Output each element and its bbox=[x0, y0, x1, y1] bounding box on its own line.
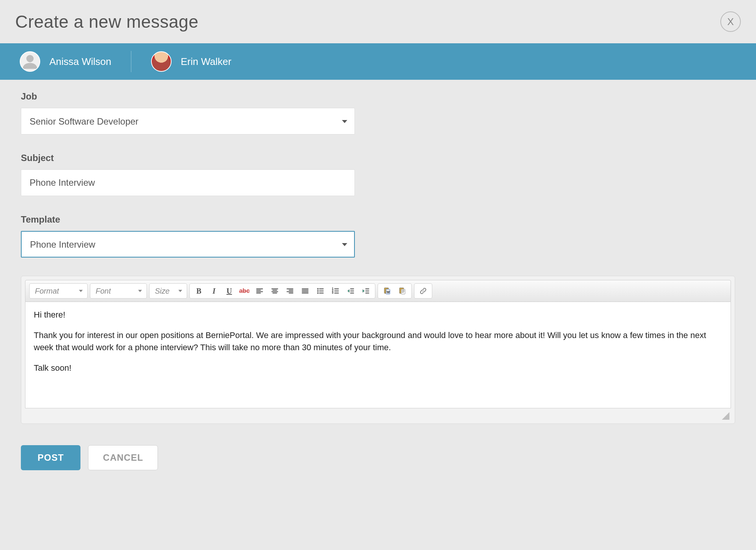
font-label: Font bbox=[96, 287, 111, 296]
format-label: Format bbox=[35, 287, 59, 296]
subject-input[interactable] bbox=[21, 169, 355, 196]
recipient-name: Anissa Wilson bbox=[49, 56, 111, 68]
align-center-button[interactable] bbox=[267, 284, 282, 298]
svg-rect-11 bbox=[401, 289, 405, 294]
underline-button[interactable]: U bbox=[222, 284, 237, 298]
field-template: Template Phone Interview bbox=[21, 214, 735, 258]
bullet-list-icon bbox=[316, 287, 324, 295]
create-message-modal: Create a new message X Anissa Wilson Eri… bbox=[0, 0, 756, 550]
svg-text:3: 3 bbox=[332, 291, 334, 294]
indent-button[interactable] bbox=[358, 284, 373, 298]
field-label: Subject bbox=[21, 153, 735, 163]
size-dropdown[interactable]: Size bbox=[149, 283, 187, 299]
action-buttons: POST CANCEL bbox=[21, 445, 735, 470]
svg-text:W: W bbox=[387, 291, 390, 294]
align-right-icon bbox=[286, 287, 294, 295]
field-job: Job Senior Software Developer bbox=[21, 91, 735, 134]
chevron-down-icon bbox=[79, 290, 83, 292]
outdent-button[interactable] bbox=[343, 284, 358, 298]
field-label: Job bbox=[21, 91, 735, 102]
align-center-icon bbox=[271, 287, 279, 295]
svg-point-0 bbox=[26, 55, 33, 62]
chevron-down-icon bbox=[138, 290, 142, 292]
field-subject: Subject bbox=[21, 153, 735, 196]
modal-header: Create a new message X bbox=[0, 0, 756, 43]
editor-toolbar: Format Font Size B I U abc bbox=[25, 280, 731, 302]
editor-paragraph: Hi there! bbox=[34, 309, 722, 321]
avatar bbox=[151, 51, 172, 72]
text-style-group: B I U abc bbox=[189, 283, 375, 299]
numbered-list-icon: 123 bbox=[331, 287, 340, 295]
editor-resize-handle[interactable] bbox=[25, 408, 731, 420]
rich-text-editor: Format Font Size B I U abc bbox=[21, 276, 735, 424]
svg-point-2 bbox=[317, 290, 319, 292]
person-icon bbox=[21, 53, 39, 70]
paste-text-icon bbox=[398, 287, 406, 295]
outdent-icon bbox=[346, 287, 355, 295]
job-select[interactable]: Senior Software Developer bbox=[21, 108, 355, 134]
page-title: Create a new message bbox=[15, 11, 198, 32]
post-button[interactable]: POST bbox=[21, 445, 80, 470]
paste-group: W bbox=[378, 283, 412, 299]
recipient-item[interactable]: Erin Walker bbox=[151, 51, 251, 72]
font-dropdown[interactable]: Font bbox=[90, 283, 147, 299]
align-justify-icon bbox=[301, 287, 309, 295]
editor-paragraph: Talk soon! bbox=[34, 362, 722, 374]
format-dropdown[interactable]: Format bbox=[29, 283, 88, 299]
size-label: Size bbox=[155, 287, 170, 296]
indent-icon bbox=[362, 287, 370, 295]
cancel-button[interactable]: CANCEL bbox=[88, 445, 158, 470]
numbered-list-button[interactable]: 123 bbox=[328, 284, 343, 298]
close-icon: X bbox=[727, 16, 734, 28]
editor-paragraph: Thank you for interest in our open posit… bbox=[34, 329, 722, 354]
align-justify-button[interactable] bbox=[298, 284, 313, 298]
link-button[interactable] bbox=[414, 283, 432, 299]
job-select-wrap: Senior Software Developer bbox=[21, 108, 355, 134]
link-icon bbox=[419, 287, 427, 295]
align-left-icon bbox=[255, 287, 264, 295]
editor-body[interactable]: Hi there! Thank you for interest in our … bbox=[25, 302, 731, 408]
chevron-down-icon bbox=[178, 290, 182, 292]
field-label: Template bbox=[21, 214, 735, 225]
paste-word-icon: W bbox=[383, 287, 391, 295]
template-select-wrap: Phone Interview bbox=[21, 231, 355, 258]
strikethrough-button[interactable]: abc bbox=[237, 284, 252, 298]
align-left-button[interactable] bbox=[252, 284, 267, 298]
italic-button[interactable]: I bbox=[206, 284, 222, 298]
recipients-bar: Anissa Wilson Erin Walker bbox=[0, 43, 756, 80]
avatar bbox=[20, 51, 40, 72]
bullet-list-button[interactable] bbox=[313, 284, 328, 298]
paste-word-button[interactable]: W bbox=[380, 284, 395, 298]
paste-text-button[interactable] bbox=[395, 284, 410, 298]
close-button[interactable]: X bbox=[720, 11, 741, 32]
align-right-button[interactable] bbox=[282, 284, 298, 298]
template-select[interactable]: Phone Interview bbox=[21, 231, 355, 258]
recipient-item[interactable]: Anissa Wilson bbox=[20, 51, 131, 72]
svg-point-3 bbox=[317, 292, 319, 294]
bold-button[interactable]: B bbox=[191, 284, 206, 298]
form-area: Job Senior Software Developer Subject Te… bbox=[0, 80, 756, 482]
recipient-name: Erin Walker bbox=[181, 56, 231, 68]
svg-point-1 bbox=[317, 288, 319, 290]
